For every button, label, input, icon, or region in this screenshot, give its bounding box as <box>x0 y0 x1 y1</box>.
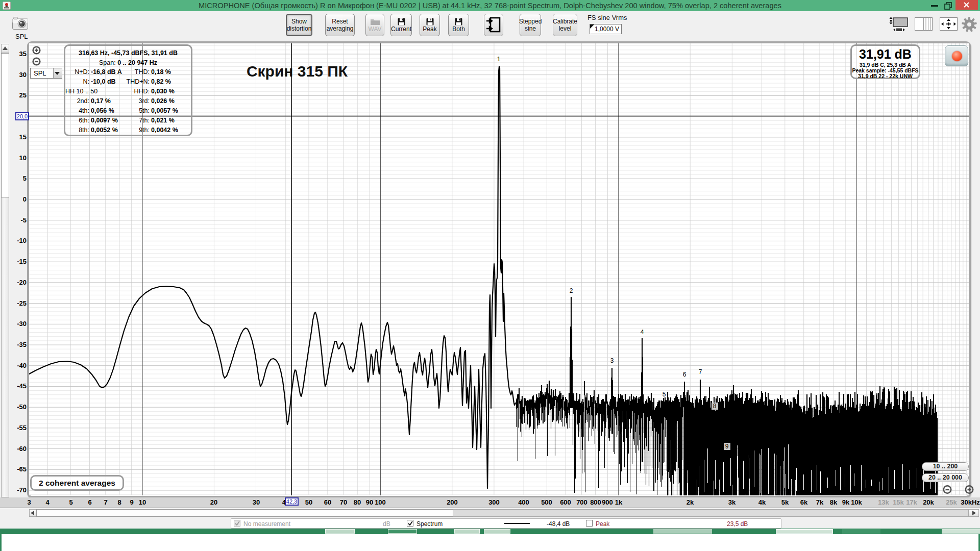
svg-text:4: 4 <box>641 329 644 336</box>
svg-text:8: 8 <box>713 403 717 410</box>
svg-text:5: 5 <box>663 391 666 398</box>
svg-text:2: 2 <box>570 287 573 294</box>
svg-text:6: 6 <box>683 371 687 378</box>
svg-text:1: 1 <box>497 56 501 63</box>
svg-text:3: 3 <box>610 357 614 364</box>
svg-text:7: 7 <box>699 368 702 375</box>
svg-text:9: 9 <box>725 443 729 450</box>
